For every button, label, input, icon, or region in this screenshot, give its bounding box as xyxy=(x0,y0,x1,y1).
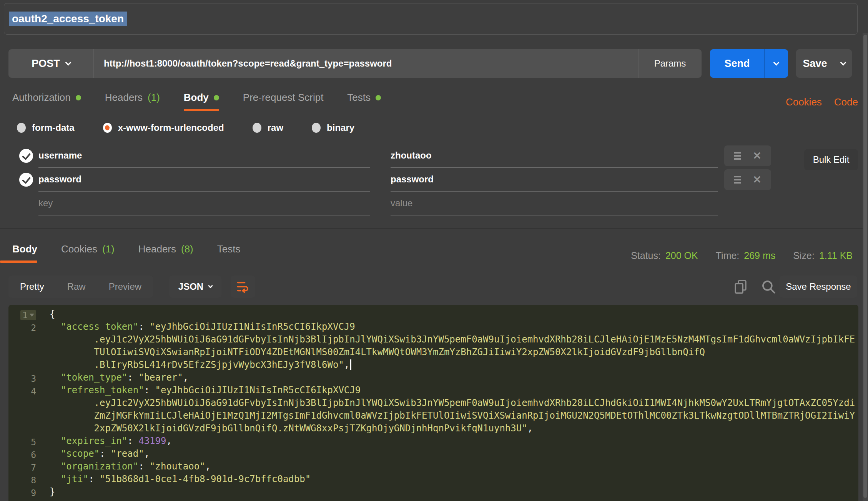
code-token: : xyxy=(127,436,138,446)
code-token: "jti" xyxy=(61,474,88,484)
tab-headers[interactable]: Headers(1) xyxy=(105,92,160,111)
view-mode-raw[interactable]: Raw xyxy=(56,281,97,292)
code-token: "organization" xyxy=(61,461,138,472)
body-mode-binary[interactable]: binary xyxy=(312,122,354,133)
key-field[interactable]: password xyxy=(38,168,370,192)
response-tab-body[interactable]: Body xyxy=(12,243,37,263)
radio-selected-icon[interactable] xyxy=(103,123,112,133)
line-number-gutter[interactable]: 7 xyxy=(8,461,41,474)
chevron-down-icon xyxy=(208,283,213,288)
code-line: .BlIryRbSL414rDv5EfzZSjpjvWybcX3hEJy3fV8… xyxy=(8,359,858,372)
line-number-gutter[interactable] xyxy=(8,359,41,372)
wrap-text-button[interactable] xyxy=(231,276,255,298)
response-meta: Status:200 OKTime:269 msSize:1.11 KB xyxy=(631,250,853,261)
row-actions: ✕ xyxy=(724,145,771,166)
tab-pre-request-script[interactable]: Pre-request Script xyxy=(243,92,324,111)
code-token: "scope" xyxy=(61,448,100,459)
code-link[interactable]: Code xyxy=(834,96,858,108)
meta-status: Status:200 OK xyxy=(631,250,698,261)
response-tab-tests[interactable]: Tests xyxy=(217,243,241,263)
line-number: 9 xyxy=(31,488,36,498)
radio-icon[interactable] xyxy=(17,123,26,133)
line-number-gutter[interactable]: 8 xyxy=(8,474,41,486)
send-button[interactable]: Send xyxy=(710,49,788,78)
method-select[interactable]: POST xyxy=(8,49,94,78)
code-line: 8 "jti": "51b868d1-0ce1-4fb8-901d-9c7bff… xyxy=(8,474,858,486)
view-mode-pretty[interactable]: Pretty xyxy=(8,281,56,292)
line-number-gutter[interactable]: 2 xyxy=(8,321,41,334)
tab-authorization[interactable]: Authorization xyxy=(12,92,81,111)
meta-time: Time:269 ms xyxy=(716,250,776,261)
line-number-gutter[interactable] xyxy=(8,334,41,347)
body-mode-raw[interactable]: raw xyxy=(253,122,283,133)
line-number-gutter[interactable]: 1 xyxy=(8,309,41,321)
line-number-gutter[interactable] xyxy=(8,347,41,359)
value-field[interactable]: password xyxy=(391,168,718,192)
radio-icon[interactable] xyxy=(312,123,321,133)
request-title[interactable]: oauth2_access_token xyxy=(9,12,127,26)
response-tab-cookies[interactable]: Cookies(1) xyxy=(61,243,115,263)
code-token xyxy=(50,474,61,484)
response-tab-headers[interactable]: Headers(8) xyxy=(138,243,193,263)
line-number-gutter[interactable]: 4 xyxy=(8,385,41,397)
code-token: "token_type" xyxy=(61,372,127,383)
value-field[interactable]: zhoutaoo xyxy=(391,144,718,168)
green-status-dot-icon xyxy=(214,95,219,100)
code-content: .BlIryRbSL414rDv5EfzZSjpjvWybcX3hEJy3fV8… xyxy=(41,359,351,372)
row-checkbox[interactable] xyxy=(19,173,33,187)
body-mode-label: form-data xyxy=(32,122,75,133)
key-field[interactable]: username xyxy=(38,144,370,168)
body-mode-x-www-form-urlencoded[interactable]: x-www-form-urlencoded xyxy=(103,122,224,133)
tab-tests[interactable]: Tests xyxy=(347,92,381,111)
value-placeholder: value xyxy=(391,198,412,209)
line-number-gutter[interactable] xyxy=(8,423,41,436)
view-mode-preview[interactable]: Preview xyxy=(97,281,153,292)
delete-row-icon[interactable]: ✕ xyxy=(753,151,762,161)
search-response-button[interactable] xyxy=(760,279,777,295)
key-text: username xyxy=(38,150,82,161)
code-token xyxy=(50,385,61,396)
code-token: , xyxy=(166,436,171,446)
line-number-gutter[interactable] xyxy=(8,410,41,423)
copy-response-button[interactable] xyxy=(733,279,749,295)
tab-label: Cookies xyxy=(61,243,97,255)
save-response-button[interactable]: Save Response xyxy=(780,276,857,298)
url-input[interactable]: http://host1:8000/oauth/token?scope=read… xyxy=(94,49,638,78)
line-number-gutter[interactable]: 6 xyxy=(8,448,41,461)
radio-icon[interactable] xyxy=(253,123,261,133)
code-token: } xyxy=(50,486,55,497)
meta-label: Status: xyxy=(631,250,661,261)
fold-arrow-icon[interactable] xyxy=(30,314,34,317)
drag-handle-icon[interactable] xyxy=(734,176,741,184)
format-select[interactable]: JSON xyxy=(169,276,221,298)
delete-row-icon[interactable]: ✕ xyxy=(753,175,762,185)
line-number-gutter[interactable]: 5 xyxy=(8,436,41,448)
vertical-scrollbar[interactable] xyxy=(863,33,868,501)
line-number: 7 xyxy=(31,463,36,473)
params-button[interactable]: Params xyxy=(638,49,702,78)
save-dropdown-button[interactable] xyxy=(834,49,852,78)
value-field[interactable]: value xyxy=(391,192,718,215)
send-dropdown-button[interactable] xyxy=(764,49,788,78)
line-number-gutter[interactable]: 3 xyxy=(8,372,41,385)
line-number-gutter[interactable]: 9 xyxy=(8,486,41,499)
fold-control[interactable]: 1 xyxy=(20,310,36,320)
response-body-editor[interactable]: 1{2 "access_token": "eyJhbGciOiJIUzI1NiI… xyxy=(8,305,858,501)
save-label: Save xyxy=(796,49,834,78)
key-field[interactable]: key xyxy=(38,192,370,215)
code-token: "expires_in" xyxy=(61,436,127,446)
bulk-edit-button[interactable]: Bulk Edit xyxy=(804,149,858,170)
code-line: 7 "organization": "zhoutaoo", xyxy=(8,461,858,474)
scrollbar-thumb[interactable] xyxy=(863,35,867,498)
cookies-link[interactable]: Cookies xyxy=(786,96,822,108)
row-checkbox[interactable] xyxy=(19,149,33,163)
save-button[interactable]: Save xyxy=(796,49,852,78)
drag-handle-icon[interactable] xyxy=(734,152,741,160)
body-mode-form-data[interactable]: form-data xyxy=(17,122,75,133)
tab-body[interactable]: Body xyxy=(184,92,219,111)
code-content: "scope": "read", xyxy=(41,448,150,461)
green-status-dot-icon xyxy=(76,95,81,100)
line-number-gutter[interactable] xyxy=(8,397,41,410)
line-number: 4 xyxy=(31,386,36,396)
format-label: JSON xyxy=(178,281,203,292)
